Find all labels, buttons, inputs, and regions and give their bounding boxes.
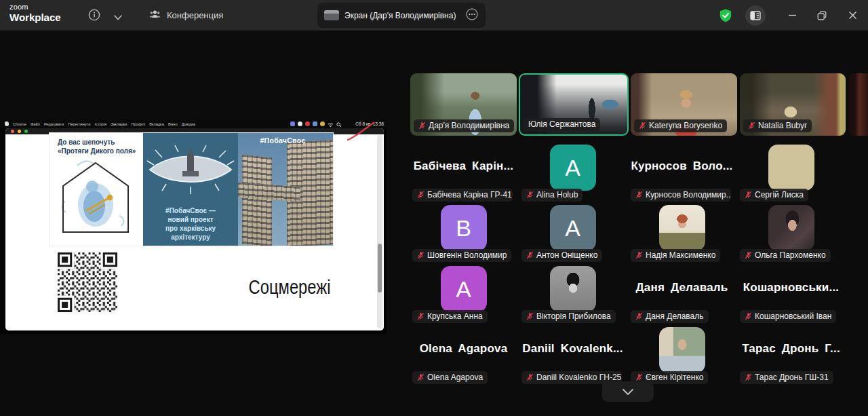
tab-options-icon[interactable] bbox=[465, 7, 479, 24]
title-bar: zoom Workplace Конференция Экран (Дар'я … bbox=[0, 0, 868, 31]
photo-avatar bbox=[768, 205, 814, 251]
slide-panel-eye: #ПобачСвоє — новий проект про харківську… bbox=[143, 133, 238, 246]
muted-mic-icon bbox=[526, 251, 534, 259]
video-tile-natalia[interactable]: Natalia Bubyr bbox=[740, 73, 846, 136]
participant-tile-alina[interactable]: A Alina Holub bbox=[519, 143, 626, 203]
people-icon bbox=[149, 10, 161, 21]
muted-mic-icon bbox=[635, 191, 643, 199]
participant-display-name: Daniil Kovalenk... bbox=[520, 342, 625, 356]
social-media-heading: Соцмережі bbox=[248, 276, 332, 299]
muted-mic-icon bbox=[526, 191, 534, 199]
tray-battery-icon[interactable] bbox=[320, 121, 325, 126]
muted-mic-icon bbox=[745, 312, 752, 320]
minimize-button[interactable] bbox=[784, 0, 800, 31]
participant-name-label: Дар'я Володимирівна bbox=[414, 119, 514, 132]
muted-mic-icon bbox=[418, 121, 426, 130]
participant-tile-taras[interactable]: Тарас Дронь Г... Тарас Дронь ГШ-31 bbox=[738, 326, 844, 385]
zoom-workplace-logo: zoom Workplace bbox=[9, 3, 61, 22]
brand-line2: Workplace bbox=[9, 12, 61, 22]
participant-tile-serhii[interactable]: Сергій Лиска bbox=[738, 143, 844, 203]
red-annotation-stroke bbox=[346, 121, 376, 142]
slide-caption: #ПобачСвоє — новий проект про харківську… bbox=[143, 206, 238, 242]
muted-mic-icon bbox=[417, 312, 425, 320]
video-tile-kateryna[interactable]: Kateryna Borysenko bbox=[631, 73, 737, 136]
gallery-view-button[interactable] bbox=[745, 0, 766, 31]
letter-avatar: A bbox=[550, 145, 596, 191]
participant-tile-nadiia[interactable]: Надія Максименко bbox=[629, 204, 735, 263]
muted-mic-icon bbox=[417, 191, 425, 199]
info-icon[interactable] bbox=[88, 9, 100, 24]
zoom-workplace-window: zoom Workplace Конференция Экран (Дар'я … bbox=[0, 0, 868, 416]
participant-name-label: Юлія Сержантова bbox=[524, 118, 600, 131]
photo-avatar bbox=[659, 327, 705, 373]
slide-hashtag: #ПобачСвоє bbox=[238, 136, 328, 145]
brand-line1: zoom bbox=[9, 3, 61, 11]
tray-globe-icon[interactable] bbox=[298, 121, 302, 126]
eye-tower-illustration bbox=[146, 144, 235, 198]
tray-app-icon[interactable] bbox=[290, 121, 295, 126]
letter-avatar: A bbox=[550, 205, 596, 251]
participant-name-label: Natalia Bubyr bbox=[743, 119, 812, 132]
participant-tile-viktoriia[interactable]: Вікторія Прибилова bbox=[519, 265, 626, 324]
participant-tile-shovhenin[interactable]: B Шовгенін Володимир bbox=[410, 204, 517, 263]
participant-name-label: Крупська Анна bbox=[412, 310, 488, 323]
close-button[interactable] bbox=[844, 0, 861, 31]
photo-avatar bbox=[659, 205, 705, 251]
letter-avatar: B bbox=[441, 205, 487, 251]
video-tile-partial[interactable] bbox=[849, 73, 868, 136]
participant-display-name: Тарас Дронь Г... bbox=[738, 342, 844, 356]
participant-tile-kurnosov[interactable]: Курносов Воло... Курносов Володимир... bbox=[629, 143, 735, 203]
participant-tile-daniil[interactable]: Daniil Kovalenk... Daniil Kovalenko ГН-2… bbox=[519, 326, 626, 385]
restore-button[interactable] bbox=[814, 0, 830, 31]
chevron-down-icon[interactable] bbox=[113, 12, 123, 24]
participant-name-label: Alina Holub bbox=[521, 189, 583, 202]
muted-mic-icon bbox=[639, 121, 646, 130]
slide-heading: До вас шепочуть «Протяги Дикого поля» bbox=[58, 138, 136, 155]
slide-panel-illustration: До вас шепочуть «Протяги Дикого поля» bbox=[50, 133, 143, 246]
scrollbar-thumb[interactable] bbox=[378, 244, 382, 292]
letter-avatar: A bbox=[441, 266, 487, 312]
apple-logo-icon bbox=[5, 121, 9, 126]
muted-mic-icon bbox=[748, 121, 755, 130]
participant-name-label: Курносов Володимир... bbox=[631, 189, 731, 202]
show-more-participants-button[interactable] bbox=[602, 381, 654, 402]
tab-meeting[interactable]: Конференция bbox=[149, 0, 223, 31]
participant-tile-dania[interactable]: Даня Делаваль Даня Делаваль bbox=[629, 265, 735, 324]
traffic-zoom-icon[interactable] bbox=[24, 130, 28, 133]
participant-tile-krupska[interactable]: A Крупська Анна bbox=[410, 265, 517, 324]
tray-zoom-icon[interactable] bbox=[313, 121, 317, 126]
traffic-close-icon[interactable] bbox=[11, 130, 14, 133]
participant-tile-olha[interactable]: Ольга Пархоменко bbox=[738, 204, 844, 263]
photo-avatar bbox=[550, 266, 596, 312]
muted-mic-icon bbox=[745, 191, 752, 199]
participant-tile-yevhen[interactable]: Євген Кірітенко bbox=[629, 326, 735, 385]
muted-mic-icon bbox=[526, 373, 534, 381]
participant-tile-kosharnovskyi[interactable]: Кошарновськи... Кошарновський Іван bbox=[738, 265, 844, 324]
participant-tile-olena[interactable]: Olena Agapova Olena Agapova bbox=[410, 326, 517, 385]
participant-display-name: Даня Делаваль bbox=[629, 281, 734, 295]
participant-display-name: Курносов Воло... bbox=[629, 159, 734, 173]
participant-name-label: Надія Максименко bbox=[631, 249, 720, 262]
tray-record-icon[interactable] bbox=[305, 121, 310, 126]
security-shield-icon[interactable] bbox=[717, 0, 734, 31]
participant-tile-anton[interactable]: A Антон Оніщенко bbox=[519, 204, 626, 263]
participant-name-label: Кошарновський Іван bbox=[740, 310, 836, 323]
tab-screen-share[interactable]: Экран (Дар'я Володимирівна) bbox=[317, 3, 486, 28]
participant-name-label: Тарас Дронь ГШ-31 bbox=[740, 371, 833, 384]
traffic-minimize-icon[interactable] bbox=[18, 130, 21, 133]
muted-mic-icon bbox=[417, 251, 425, 259]
photo-avatar bbox=[768, 145, 814, 191]
participant-name-label: Антон Оніщенко bbox=[521, 249, 602, 262]
participant-tile-babicheva[interactable]: Бабічева Карін... Бабічева Каріна ГР-41 bbox=[410, 143, 517, 203]
shared-screen-view: ChromeФайлРедагуватиПереглянутиІсторіяЗа… bbox=[0, 119, 387, 334]
muted-mic-icon bbox=[745, 373, 752, 381]
macos-menus[interactable]: ChromeФайлРедагуватиПереглянутиІсторіяЗа… bbox=[13, 121, 199, 126]
video-tile-darya[interactable]: Дар'я Володимирівна bbox=[410, 73, 517, 136]
video-tile-yuliia-active-speaker[interactable]: Юлія Сержантова bbox=[519, 73, 629, 136]
muted-mic-icon bbox=[635, 312, 643, 320]
tab-meeting-label: Конференция bbox=[167, 10, 223, 20]
browser-window: До вас шепочуть «Протяги Дикого поля» bbox=[5, 128, 384, 330]
scrollbar-track[interactable] bbox=[377, 135, 382, 328]
presentation-slide: До вас шепочуть «Протяги Дикого поля» bbox=[50, 133, 333, 246]
participant-name-label: Шовгенін Володимир bbox=[412, 249, 511, 262]
